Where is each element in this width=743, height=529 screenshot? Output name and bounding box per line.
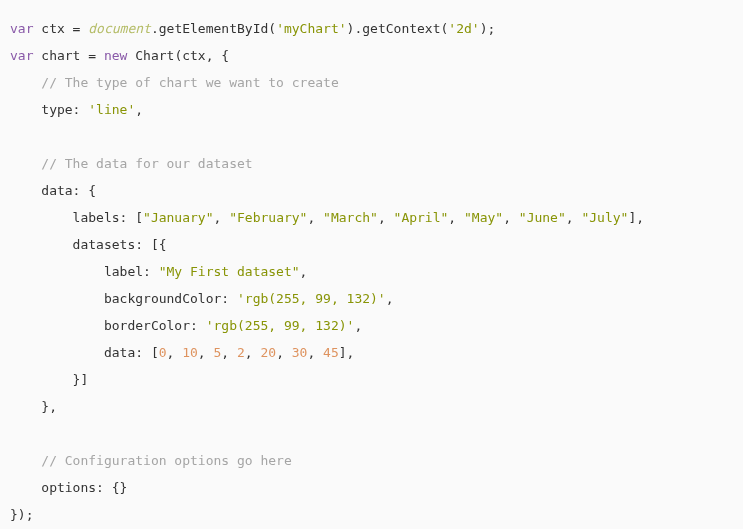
code-line: var chart = new Chart(ctx, {: [10, 48, 229, 63]
code-line: data: [0, 10, 5, 2, 20, 30, 45],: [10, 345, 354, 360]
code-line: borderColor: 'rgb(255, 99, 132)',: [10, 318, 362, 333]
token-str: "January": [143, 210, 213, 225]
token-punc: datasets: [{: [10, 237, 167, 252]
code-line: label: "My First dataset",: [10, 264, 307, 279]
token-punc: ).getContext(: [347, 21, 449, 36]
code-line: var ctx = document.getElementById('myCha…: [10, 21, 495, 36]
token-num: 2: [237, 345, 245, 360]
token-num: 30: [292, 345, 308, 360]
token-str: 'line': [88, 102, 135, 117]
token-punc: ,: [354, 318, 362, 333]
token-punc: type:: [10, 102, 88, 117]
code-line: },: [10, 399, 57, 414]
token-ident: ctx: [41, 21, 64, 36]
code-line: }]: [10, 372, 88, 387]
token-str: "My First dataset": [159, 264, 300, 279]
token-punc: =: [65, 21, 88, 36]
token-str: "February": [229, 210, 307, 225]
code-line: data: {: [10, 183, 96, 198]
token-str: 'myChart': [276, 21, 346, 36]
token-punc: ],: [628, 210, 644, 225]
token-str: "April": [394, 210, 449, 225]
code-line: type: 'line',: [10, 102, 143, 117]
token-str: "March": [323, 210, 378, 225]
token-str: 'rgb(255, 99, 132)': [206, 318, 355, 333]
token-punc: label:: [10, 264, 159, 279]
token-punc: options: {}: [10, 480, 127, 495]
token-num: 0: [159, 345, 167, 360]
token-ident: chart: [41, 48, 80, 63]
token-kw: var: [10, 21, 33, 36]
token-punc: ,: [198, 345, 214, 360]
token-glob: document: [88, 21, 151, 36]
token-str: 'rgb(255, 99, 132)': [237, 291, 386, 306]
token-punc: ,: [386, 291, 394, 306]
token-punc: data: [: [10, 345, 159, 360]
code-line: // The type of chart we want to create: [10, 75, 339, 90]
code-line: options: {}: [10, 480, 127, 495]
token-punc: }]: [10, 372, 88, 387]
token-punc: ,: [503, 210, 519, 225]
token-punc: [10, 453, 41, 468]
token-punc: ],: [339, 345, 355, 360]
token-punc: ,: [448, 210, 464, 225]
token-punc: },: [10, 399, 57, 414]
token-str: "July": [581, 210, 628, 225]
token-punc: Chart(ctx, {: [127, 48, 229, 63]
token-punc: ,: [214, 210, 230, 225]
token-punc: ,: [307, 210, 323, 225]
token-cmt: // Configuration options go here: [41, 453, 291, 468]
token-str: '2d': [448, 21, 479, 36]
token-num: 10: [182, 345, 198, 360]
code-line: datasets: [{: [10, 237, 167, 252]
token-punc: ,: [307, 345, 323, 360]
token-punc: [10, 156, 41, 171]
token-punc: ,: [245, 345, 261, 360]
token-cmt: // The data for our dataset: [41, 156, 252, 171]
token-punc: borderColor:: [10, 318, 206, 333]
token-kw: new: [104, 48, 127, 63]
token-punc: =: [80, 48, 103, 63]
token-num: 45: [323, 345, 339, 360]
code-line: // Configuration options go here: [10, 453, 292, 468]
code-line: backgroundColor: 'rgb(255, 99, 132)',: [10, 291, 394, 306]
token-punc: });: [10, 507, 33, 522]
token-punc: ,: [221, 345, 237, 360]
code-block: var ctx = document.getElementById('myCha…: [10, 15, 733, 528]
token-str: "May": [464, 210, 503, 225]
token-punc: ,: [300, 264, 308, 279]
token-punc: .getElementById(: [151, 21, 276, 36]
token-punc: ,: [276, 345, 292, 360]
token-str: "June": [519, 210, 566, 225]
token-punc: ,: [135, 102, 143, 117]
token-punc: ,: [378, 210, 394, 225]
token-punc: [10, 75, 41, 90]
code-line: // The data for our dataset: [10, 156, 253, 171]
token-kw: var: [10, 48, 33, 63]
token-num: 20: [260, 345, 276, 360]
token-cmt: // The type of chart we want to create: [41, 75, 338, 90]
token-punc: labels: [: [10, 210, 143, 225]
code-line: labels: ["January", "February", "March",…: [10, 210, 644, 225]
token-punc: ,: [566, 210, 582, 225]
token-punc: data: {: [10, 183, 96, 198]
token-punc: ,: [167, 345, 183, 360]
token-punc: backgroundColor:: [10, 291, 237, 306]
code-line: });: [10, 507, 33, 522]
token-punc: );: [480, 21, 496, 36]
